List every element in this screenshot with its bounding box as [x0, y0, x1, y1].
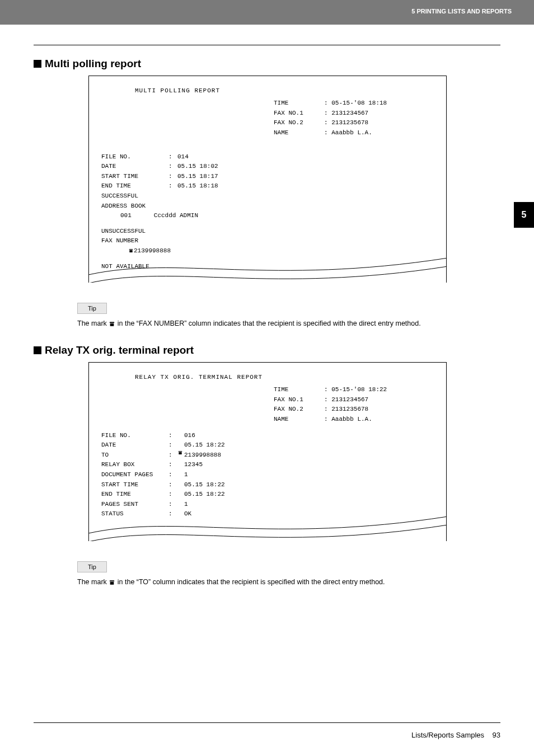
hdr-time-label: TIME	[274, 385, 324, 395]
ab-name: Cccddd ADMIN	[154, 211, 198, 221]
phone-icon	[177, 450, 183, 455]
file-no-val: 014	[177, 152, 189, 162]
hdr-time-val: : 05-15-'08 18:22	[324, 385, 387, 395]
torn-edge-icon	[88, 503, 447, 541]
hdr-name-label: NAME	[274, 128, 324, 138]
phone-icon	[109, 580, 115, 585]
ab-index: 001	[120, 211, 132, 221]
hdr-time-val: : 05-15-'08 18:18	[324, 98, 387, 109]
address-book-label: ADDRESS BOOK	[101, 201, 146, 212]
phone-icon	[109, 321, 115, 327]
relay-box-label: RELAY BOX	[101, 460, 168, 470]
report-title: RELAY TX ORIG. TERMINAL REPORT	[101, 373, 434, 383]
successful-label: SUCCESSFUL	[101, 191, 138, 201]
unsuccessful-label: UNSUCCESSFUL	[101, 227, 146, 237]
tip-label: Tip	[77, 303, 107, 314]
report-header-block: TIME: 05-15-'08 18:22 FAX NO.1: 21312345…	[274, 385, 387, 424]
section-heading-multi-polling: Multi polling report	[34, 58, 500, 70]
hdr-name-val: : Aaabbb L.A.	[324, 128, 372, 138]
tip-label: Tip	[77, 561, 107, 572]
doc-pages-val: 1	[177, 470, 188, 480]
footer-text: Lists/Reports Samples	[411, 731, 484, 739]
chapter-tab: 5	[514, 202, 534, 228]
tip-text: The mark in the “TO” column indicates th…	[77, 578, 500, 586]
date-val: 05.15 18:22	[177, 440, 225, 450]
to-val: 2139998888	[183, 450, 221, 461]
page-content: 5 Multi polling report MULTI POLLING REP…	[34, 45, 500, 711]
tip-post: in the “FAX NUMBER” column indicates tha…	[118, 320, 421, 327]
file-no-val: 016	[177, 431, 195, 441]
report-header-block: TIME: 05-15-'08 18:18 FAX NO.1: 21312345…	[274, 98, 387, 138]
chapter-header-text: 5 PRINTING LISTS AND REPORTS	[411, 8, 512, 15]
start-time-label: START TIME	[101, 480, 168, 490]
hdr-fax2-val: : 2131235678	[324, 405, 368, 415]
hdr-time-label: TIME	[274, 98, 324, 109]
to-label: TO	[101, 450, 168, 461]
start-time-label: START TIME	[101, 172, 168, 182]
relay-box-val: 12345	[177, 460, 203, 470]
date-label: DATE	[101, 440, 168, 450]
start-time-val: 05.15 18:22	[177, 480, 225, 490]
hdr-fax2-val: : 2131235678	[324, 118, 368, 128]
date-label: DATE	[101, 162, 168, 172]
square-bullet-icon	[34, 60, 41, 68]
torn-edge-icon	[88, 244, 447, 283]
section-heading-relay-tx: Relay TX orig. terminal report	[34, 344, 500, 356]
report-relay-tx: RELAY TX ORIG. TERMINAL REPORT TIME: 05-…	[88, 362, 447, 541]
file-no-label: FILE NO.	[101, 431, 168, 441]
hdr-fax1-label: FAX NO.1	[274, 395, 324, 405]
square-bullet-icon	[34, 346, 41, 354]
tip-pre: The mark	[77, 320, 109, 327]
report-title: MULTI POLLING REPORT	[101, 86, 434, 96]
end-time-val: 05.15 18:22	[177, 490, 225, 500]
hdr-fax1-val: : 2131234567	[324, 109, 368, 119]
end-time-label: END TIME	[101, 490, 168, 500]
page-footer: Lists/Reports Samples 93	[34, 722, 500, 739]
hdr-fax2-label: FAX NO.2	[274, 405, 324, 415]
hdr-fax2-label: FAX NO.2	[274, 118, 324, 128]
tip-text: The mark in the “FAX NUMBER” column indi…	[77, 320, 500, 327]
end-time-val: 05.15 18:18	[177, 181, 218, 191]
date-val: 05.15 18:02	[177, 162, 218, 172]
doc-pages-label: DOCUMENT PAGES	[101, 470, 168, 480]
hdr-fax1-label: FAX NO.1	[274, 109, 324, 119]
section-title: Multi polling report	[45, 58, 141, 70]
hdr-name-label: NAME	[274, 415, 324, 425]
tip-post: in the “TO” column indicates that the re…	[118, 578, 385, 586]
section-title: Relay TX orig. terminal report	[45, 344, 194, 356]
file-no-label: FILE NO.	[101, 152, 168, 162]
hdr-fax1-val: : 2131234567	[324, 395, 368, 405]
start-time-val: 05.15 18:17	[177, 172, 218, 182]
hdr-name-val: : Aaabbb L.A.	[324, 415, 372, 425]
chapter-header: 5 PRINTING LISTS AND REPORTS	[0, 0, 534, 25]
end-time-label: END TIME	[101, 181, 168, 191]
chapter-number: 5	[522, 210, 527, 220]
page-number: 93	[493, 731, 500, 739]
tip-pre: The mark	[77, 578, 109, 586]
report-multi-polling: MULTI POLLING REPORT TIME: 05-15-'08 18:…	[88, 76, 447, 283]
